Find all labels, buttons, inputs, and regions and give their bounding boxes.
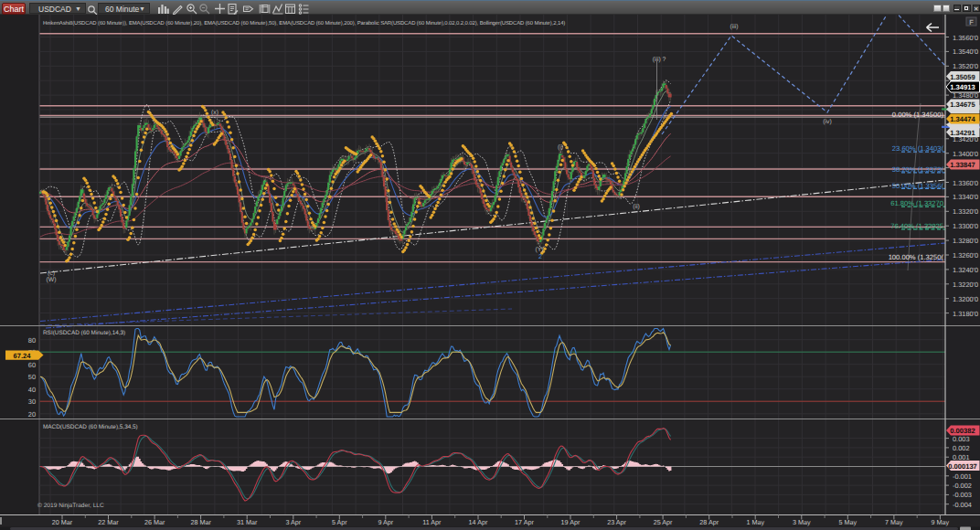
svg-text:1.3520'0: 1.3520'0 <box>953 62 978 70</box>
svg-text:1.3320'0: 1.3320'0 <box>953 207 978 216</box>
svg-text:0.003: 0.003 <box>953 435 970 443</box>
svg-text:1.3300'0: 1.3300'0 <box>953 222 978 230</box>
svg-text:0.00382: 0.00382 <box>950 427 975 435</box>
svg-text:9 May: 9 May <box>932 518 950 526</box>
svg-text:(c): (c) <box>48 270 55 277</box>
svg-text:MACD(USDCAD (60 Minute),5,34,5: MACD(USDCAD (60 Minute),5,34,5) <box>43 424 138 430</box>
svg-text:© 2019 NinjaTrader, LLC: © 2019 NinjaTrader, LLC <box>37 503 104 509</box>
svg-text:3 Apr: 3 Apr <box>285 518 301 526</box>
svg-text:80: 80 <box>28 336 36 344</box>
svg-text:1.3400'0: 1.3400'0 <box>953 150 978 158</box>
svg-text:9 Apr: 9 Apr <box>378 518 393 526</box>
svg-text:23 Apr: 23 Apr <box>607 518 626 526</box>
svg-text:50: 50 <box>28 373 36 381</box>
svg-text:(iii) ?: (iii) ? <box>653 57 666 63</box>
svg-text:(i): (i) <box>558 144 563 151</box>
svg-text:20 Mar: 20 Mar <box>52 518 73 526</box>
svg-text:50.00% (1.3356(: 50.00% (1.3356( <box>892 182 944 190</box>
svg-text:2: 2 <box>538 254 542 260</box>
svg-text:28 Mar: 28 Mar <box>190 518 211 526</box>
svg-text:3 May: 3 May <box>793 518 811 526</box>
svg-text:1.33847: 1.33847 <box>950 161 975 169</box>
svg-text:38.20% (1.3373(: 38.20% (1.3373( <box>892 165 944 174</box>
svg-text:5 May: 5 May <box>839 518 858 526</box>
svg-text:(ii): (ii) <box>633 204 640 210</box>
svg-text:23.60% (1.3403(: 23.60% (1.3403( <box>892 144 944 153</box>
svg-text:61.80% (1.33270: 61.80% (1.33270 <box>890 199 943 207</box>
svg-text:14 Apr: 14 Apr <box>469 518 488 526</box>
svg-text:1.34474: 1.34474 <box>950 115 975 123</box>
svg-text:RSI(USDCAD (60 Minute),14,3): RSI(USDCAD (60 Minute),14,3) <box>43 330 125 336</box>
svg-text:11 Apr: 11 Apr <box>422 518 442 526</box>
svg-text:20: 20 <box>28 410 36 419</box>
svg-text:1.3200'0: 1.3200'0 <box>953 295 978 303</box>
svg-text:1.34291: 1.34291 <box>950 129 975 137</box>
svg-text:28 Apr: 28 Apr <box>699 518 719 526</box>
svg-text:7 May: 7 May <box>885 518 903 526</box>
svg-text:76.40% (1.32925: 76.40% (1.32925 <box>890 222 943 230</box>
svg-text:HeikenAshi8(USDCAD (60 Minute): HeikenAshi8(USDCAD (60 Minute)), EMA(USD… <box>43 20 565 26</box>
svg-text:67.24: 67.24 <box>13 352 31 360</box>
svg-text:(x): (x) <box>211 110 218 116</box>
svg-text:-0.002: -0.002 <box>953 482 972 490</box>
svg-text:26 Mar: 26 Mar <box>144 518 165 526</box>
svg-text:-0.003: -0.003 <box>953 491 972 499</box>
svg-text:1.3220'0: 1.3220'0 <box>953 281 978 289</box>
svg-text:1 May: 1 May <box>746 518 764 526</box>
svg-text:(W): (W) <box>47 277 57 283</box>
svg-text:1.3360'0: 1.3360'0 <box>953 179 978 187</box>
svg-text:1.3180'0: 1.3180'0 <box>953 310 978 318</box>
svg-text:19 Apr: 19 Apr <box>561 518 581 526</box>
svg-text:1.34913: 1.34913 <box>950 83 975 91</box>
svg-text:0.002: 0.002 <box>953 444 970 452</box>
svg-text:1.3260'0: 1.3260'0 <box>953 251 978 260</box>
svg-text:1.3340'0: 1.3340'0 <box>953 193 978 201</box>
svg-text:17 Apr: 17 Apr <box>515 518 534 526</box>
svg-text:60: 60 <box>28 361 36 369</box>
svg-text:(Y): (Y) <box>535 247 543 253</box>
svg-text:0.00% (1.34500): 0.00% (1.34500) <box>892 111 944 119</box>
svg-text:40: 40 <box>28 386 36 394</box>
svg-text:30: 30 <box>28 398 36 406</box>
svg-text:1.34675: 1.34675 <box>950 101 975 109</box>
svg-text:-0.001: -0.001 <box>953 472 972 481</box>
svg-text:25 Apr: 25 Apr <box>654 518 673 526</box>
svg-text:22 Mar: 22 Mar <box>98 518 119 526</box>
svg-text:F: F <box>969 18 974 26</box>
svg-text:0.000137: 0.000137 <box>948 462 977 471</box>
svg-text:5 Apr: 5 Apr <box>332 518 347 526</box>
svg-text:1.3560'0: 1.3560'0 <box>953 34 978 42</box>
svg-text:(iv): (iv) <box>823 119 831 125</box>
svg-text:100.00% (1.3250(: 100.00% (1.3250( <box>889 253 944 261</box>
svg-text:-0.004: -0.004 <box>953 501 972 509</box>
svg-text:1.3240'0: 1.3240'0 <box>953 266 978 274</box>
svg-text:1.3280'0: 1.3280'0 <box>953 237 978 245</box>
svg-text:0.001: 0.001 <box>953 453 970 461</box>
svg-text:1.3540'0: 1.3540'0 <box>953 48 978 56</box>
svg-text:(iii): (iii) <box>730 24 738 30</box>
svg-text:31 Mar: 31 Mar <box>237 518 258 526</box>
svg-text:1.35059: 1.35059 <box>950 73 975 81</box>
